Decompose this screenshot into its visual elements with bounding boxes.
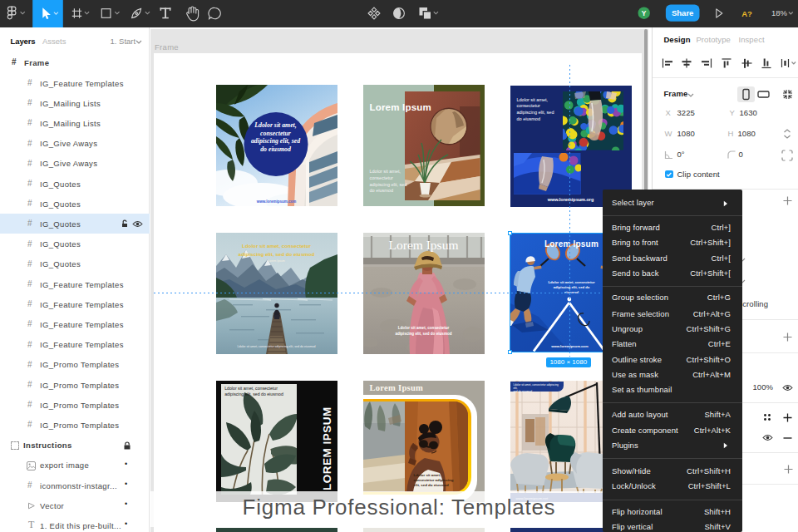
svg-text:Share: Share (672, 8, 693, 17)
svg-text:Y: Y (642, 9, 647, 17)
svg-text:18%: 18% (771, 8, 788, 17)
svg-text:A?: A? (741, 9, 752, 18)
